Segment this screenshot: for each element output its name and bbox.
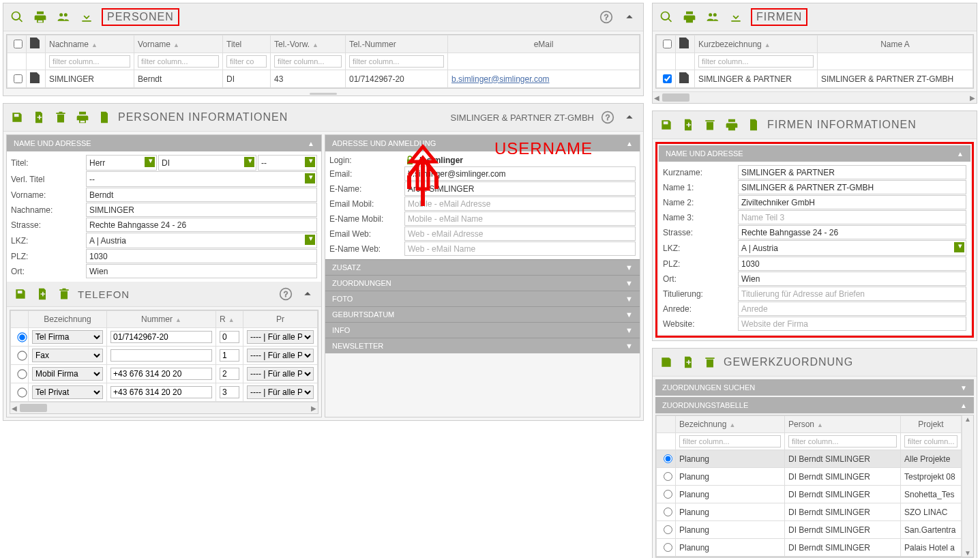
zuord-radio[interactable] xyxy=(664,472,672,481)
help-icon[interactable]: ? xyxy=(599,109,616,126)
nachname-input[interactable] xyxy=(86,203,317,217)
finfo-sec[interactable]: NAME UND ADRESSE▲ xyxy=(659,145,970,162)
new-icon[interactable] xyxy=(31,109,47,126)
collapse-icon[interactable] xyxy=(621,109,638,126)
f-plz[interactable] xyxy=(738,256,966,271)
save-icon[interactable] xyxy=(12,286,29,302)
accordion-newsletter[interactable]: NEWSLETTER▼ xyxy=(325,338,640,353)
tel-num-input[interactable] xyxy=(110,386,212,398)
select-all-checkbox[interactable] xyxy=(663,40,672,48)
tel-bez-select[interactable]: Tel Firma xyxy=(32,330,103,344)
zuord-radio[interactable] xyxy=(664,508,672,516)
download-icon[interactable] xyxy=(78,9,95,25)
tel-pro-select[interactable]: ---- | Für alle Pro xyxy=(247,367,314,381)
tel-r-input[interactable] xyxy=(220,331,239,343)
col-nachname[interactable]: Nachname▲ xyxy=(46,35,134,53)
vorname-input[interactable] xyxy=(86,188,317,202)
email-link[interactable]: b.simlinger@simlinger.com xyxy=(451,74,550,84)
tel-radio[interactable] xyxy=(17,387,27,397)
tel-num-input[interactable] xyxy=(110,368,212,380)
tel-pro-select[interactable]: ---- | Für alle Pro xyxy=(247,385,314,399)
ort-input[interactable] xyxy=(86,264,317,278)
zuord-row[interactable]: PlanungDI Berndt SIMLINGERAlle Projekte xyxy=(657,450,962,468)
print-icon[interactable] xyxy=(74,109,91,126)
new-icon[interactable] xyxy=(680,354,696,370)
resize-handle[interactable] xyxy=(3,91,643,96)
tel-r-input[interactable] xyxy=(220,386,239,398)
emailmobil-input[interactable] xyxy=(404,196,636,211)
col-vorname[interactable]: Vorname▲ xyxy=(134,35,223,53)
tel-col-r[interactable]: R▲ xyxy=(216,311,243,328)
help-icon[interactable]: ? xyxy=(598,9,614,25)
zuord-radio[interactable] xyxy=(664,454,672,463)
collapse-icon[interactable] xyxy=(621,9,638,25)
gewerk-table[interactable]: ZUORDNUNGSTABELLE▲ xyxy=(655,397,974,413)
enamemobil-input[interactable] xyxy=(404,211,636,226)
col-namea[interactable]: Name A xyxy=(818,35,973,53)
tel-row[interactable]: Mobil Firma---- | Für alle Pro xyxy=(11,365,318,383)
accordion-geburtsdatum[interactable]: GEBURTSDATUM▼ xyxy=(325,306,640,322)
tel-radio[interactable] xyxy=(17,369,27,379)
filter-vorwahl[interactable] xyxy=(274,55,342,68)
tel-bez-select[interactable]: Tel Privat xyxy=(32,385,103,399)
ename-input[interactable] xyxy=(404,181,636,196)
delete-icon[interactable] xyxy=(53,109,69,126)
tel-pro-select[interactable]: ---- | Für alle Pro xyxy=(247,349,314,362)
accordion-foto[interactable]: FOTO▼ xyxy=(325,291,640,306)
tel-bez-select[interactable]: Mobil Firma xyxy=(32,367,103,381)
tel-radio[interactable] xyxy=(17,351,27,360)
f-name2[interactable] xyxy=(738,195,966,209)
zuord-radio[interactable] xyxy=(664,525,672,534)
row-checkbox[interactable] xyxy=(14,74,23,83)
filter-nummer[interactable] xyxy=(349,55,444,68)
collapse-icon[interactable] xyxy=(299,286,316,302)
print-icon[interactable] xyxy=(724,117,740,133)
row-checkbox[interactable] xyxy=(663,74,672,83)
zuord-row[interactable]: PlanungDI Berndt SIMLINGERTestprojekt 08 xyxy=(657,468,962,486)
lkz-select[interactable]: A | Austria xyxy=(86,233,317,248)
tel-num-input[interactable] xyxy=(110,349,212,362)
firma-row[interactable]: SIMLINGER & PARTNER SIMLINGER & PARTNER … xyxy=(657,70,973,88)
tel-r-input[interactable] xyxy=(220,349,239,362)
col-vorwahl[interactable]: Tel.-Vorw.▲ xyxy=(271,35,346,53)
z-col-bez[interactable]: Bezeichnung▲ xyxy=(676,416,785,433)
col-nummer[interactable]: Tel.-Nummer xyxy=(346,35,448,53)
zuord-row[interactable]: PlanungDI Berndt SIMLINGERSnohetta_Tes xyxy=(657,486,962,503)
people-icon[interactable] xyxy=(704,9,721,25)
accordion-zuordnungen[interactable]: ZUORDNUNGEN▼ xyxy=(325,275,640,291)
doc-icon[interactable] xyxy=(96,109,113,126)
col-email[interactable]: eMail xyxy=(448,35,640,53)
accordion-zusatz[interactable]: ZUSATZ▼ xyxy=(325,259,640,275)
delete-icon[interactable] xyxy=(702,117,718,133)
save-icon[interactable] xyxy=(9,109,25,126)
email-input[interactable] xyxy=(404,166,636,181)
zuord-row[interactable]: PlanungDI Berndt SIMLINGERSZO LINAC xyxy=(657,503,962,521)
save-icon[interactable] xyxy=(658,354,674,370)
f-name3[interactable] xyxy=(738,210,966,224)
tel-col-pr[interactable]: Pr xyxy=(243,311,318,328)
tel-radio[interactable] xyxy=(17,332,27,342)
titel-select-3[interactable]: -- xyxy=(258,155,317,171)
sec-addr-login[interactable]: ADRESSE UND ANMELDUNG▲ xyxy=(325,135,640,151)
accordion-info[interactable]: INFO▼ xyxy=(325,322,640,338)
z-filter-person[interactable] xyxy=(788,435,897,447)
filter-titel[interactable] xyxy=(226,55,267,68)
search-icon[interactable] xyxy=(9,9,25,25)
f-website[interactable] xyxy=(738,317,966,331)
delete-icon[interactable] xyxy=(702,354,718,370)
enameweb-input[interactable] xyxy=(404,241,636,256)
tel-pro-select[interactable]: ---- | Für alle Pro xyxy=(247,330,314,344)
help-icon[interactable]: ? xyxy=(278,286,294,302)
zuord-radio[interactable] xyxy=(664,490,672,499)
print-icon[interactable] xyxy=(681,9,698,25)
f-strasse[interactable] xyxy=(738,225,966,239)
person-row[interactable]: SIMLINGER Berndt DI 43 01/7142967-20 b.s… xyxy=(8,70,640,88)
f-kurz[interactable] xyxy=(738,165,966,179)
sec-name-addr[interactable]: NAME UND ADRESSE▲ xyxy=(7,135,321,151)
tel-col-num[interactable]: Nummer▲ xyxy=(107,311,216,328)
f-ort[interactable] xyxy=(738,271,966,286)
tel-col-bez[interactable]: Bezeichnung xyxy=(29,311,107,328)
f-anrede[interactable] xyxy=(738,302,966,316)
col-titel[interactable]: Titel xyxy=(223,35,271,53)
f-titul[interactable] xyxy=(738,287,966,301)
